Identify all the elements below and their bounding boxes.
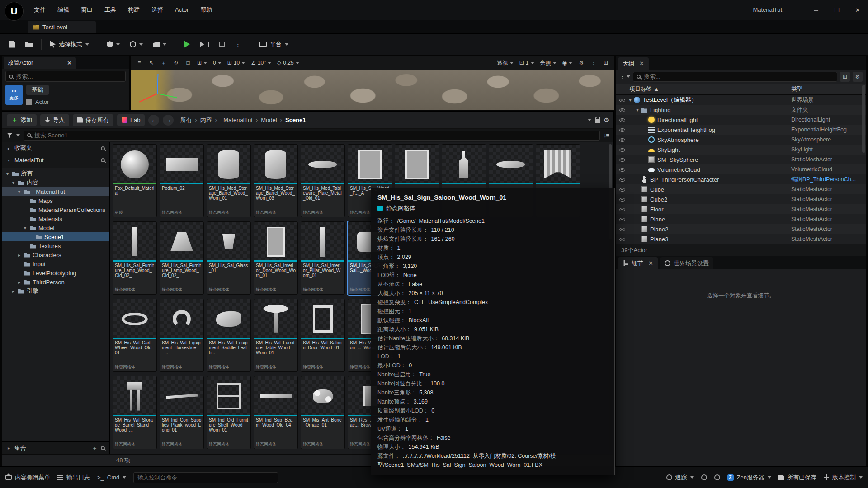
outliner-row-Plane2[interactable]: Plane2StaticMeshActor [616,224,866,234]
visibility-eye-icon[interactable] [618,126,626,133]
folder-item-内容[interactable]: ▾内容 [2,178,109,187]
outliner-row-Plane[interactable]: PlaneStaticMeshActor [616,214,866,224]
chevron-down-icon[interactable]: ▾ [5,171,10,176]
project-row[interactable]: ▾ MaterialTut [2,154,109,166]
outliner-scrollbar[interactable] [862,85,865,153]
place-actor-item[interactable]: Actor [26,99,49,105]
folder-item-_MaterialTut[interactable]: ▾_MaterialTut [2,187,109,196]
folder-item-Textures[interactable]: Textures [2,241,109,250]
platform-dropdown[interactable]: 平台 [255,37,292,52]
column-item-label[interactable]: 项目标签 ▲ [629,85,659,93]
folder-item-所有[interactable]: ▾所有 [2,169,109,178]
viewport-settings-button[interactable]: ⚙ [576,57,587,68]
minimize-button[interactable]: ─ [806,0,826,20]
breadcrumb-item[interactable]: 所有 [180,116,192,124]
asset-tile[interactable]: SM_His_Sal_Interior_Door_Wood_Worn_01静态网… [254,221,298,295]
outliner-row-BP_ThirdPersonCharacter[interactable]: BP_ThirdPersonCharacter编辑BP_ThirdPersonC… [616,174,866,184]
outliner-row-SkyAtmosphere[interactable]: SkyAtmosphereSkyAtmosphere [616,135,866,145]
lit-mode-dropdown[interactable]: 光照 [538,57,559,68]
edit-blueprint-link[interactable]: 编辑BP_ThirdPersonCh... [791,176,856,183]
asset-search-input[interactable] [34,132,596,139]
collections-row[interactable]: ▸ 集合 ＋ [2,441,109,454]
trace-dropdown[interactable]: 追踪 [666,474,694,482]
place-actor-search-input[interactable] [16,73,122,80]
asset-tile[interactable]: SM_His_Med_Storage_Barrel_Wood_Worn_01静态… [207,144,251,217]
visibility-eye-icon[interactable] [618,166,626,173]
all-saved-button[interactable]: 所有已保存 [778,474,816,482]
folder-item-LevelPrototyping[interactable]: LevelPrototyping [2,268,109,277]
outliner-row-TestLevel（编辑器）[interactable]: ▾TestLevel（编辑器）世界场景 [616,95,866,105]
outliner-row-Lighting[interactable]: ▾Lighting文件夹 [616,105,866,115]
asset-search-box[interactable] [24,131,600,141]
outliner-search-box[interactable] [633,72,837,82]
viewport-menu-button[interactable]: ≡ [134,57,145,68]
blueprints-dropdown[interactable] [126,37,147,52]
expand-arrow-icon[interactable]: ▾ [635,108,640,113]
asset-tile[interactable]: SM_His_Wil_Equipment_Saddle_Leath...静态网格… [207,299,251,372]
camera-speed-dropdown[interactable]: ⊡ 1 [517,57,537,68]
asset-tile[interactable]: SM_His_Wil_Saloon_Door_Wood_01静态网格体 [301,299,345,372]
fab-button[interactable]: Fab [117,114,145,126]
save-button[interactable] [5,37,19,52]
visibility-eye-icon[interactable] [618,116,626,123]
select-tool-button[interactable]: ↖ [146,57,157,68]
asset-tile[interactable]: SM_His_Wil_Equipment_Horseshoe_...静态网格体 [160,299,204,372]
sort-icon[interactable]: ↓≡ [604,132,609,139]
asset-tile[interactable]: SM_His_Sal_Glass_01静态网格体 [207,221,251,295]
console-command-input[interactable] [133,472,278,483]
close-icon[interactable]: ✕ [639,60,644,67]
breadcrumb-item[interactable]: _MaterialTut [220,117,253,123]
outliner-row-SkyLight[interactable]: SkyLightSkyLight [616,145,866,155]
folder-item-MaterialParamCollections[interactable]: MaterialParamCollections [2,205,109,214]
rotate-tool-button[interactable]: ↻ [170,57,181,68]
menu-文件[interactable]: 文件 [28,0,52,20]
outliner-row-Plane3[interactable]: Plane3StaticMeshActor [616,234,866,244]
place-actor-more-button[interactable]: ••• 更多 [5,85,23,105]
place-actor-basic-tab[interactable]: 基础 [26,85,49,95]
folder-item-Characters[interactable]: ▸Characters [2,250,109,259]
grid-snap-dropdown[interactable]: ⊞ 10 [225,57,247,68]
move-tool-button[interactable]: ＋ [158,57,169,68]
back-button[interactable]: ← [148,115,159,126]
outliner-column-header[interactable]: 项目标签 ▲ 类型 [616,84,866,95]
add-collection-icon[interactable]: ＋ [92,444,98,452]
close-icon[interactable]: ✕ [67,60,72,66]
menu-帮助[interactable]: 帮助 [194,0,218,20]
add-actor-dropdown[interactable] [103,37,124,52]
outliner-row-ExponentialHeightFog[interactable]: ExponentialHeightFogExponentialHeightFog [616,125,866,135]
import-button[interactable]: 导入 [40,114,69,126]
asset-tile[interactable]: Podium_02静态网格体 [160,144,204,217]
cinematics-dropdown[interactable] [149,37,170,52]
menu-编辑[interactable]: 编辑 [52,0,75,20]
folder-item-Maps[interactable]: Maps [2,196,109,205]
folder-item-引擎[interactable]: ▸引擎 [2,286,109,296]
visibility-eye-icon[interactable] [618,206,626,213]
menu-工具[interactable]: 工具 [99,0,122,20]
visibility-eye-icon[interactable] [618,146,626,153]
outliner-row-SM_SkySphere[interactable]: SM_SkySphereStaticMeshActor [616,155,866,164]
folder-item-ThirdPerson[interactable]: ▸ThirdPerson [2,277,109,286]
visibility-eye-icon[interactable] [618,106,626,113]
outliner-row-Floor[interactable]: FloorStaticMeshActor [616,204,866,214]
asset-tile[interactable]: SM_His_Sal_Furniture_Lamp_Wood_Old_02_静态… [160,221,204,295]
asset-tile[interactable]: SM_Ind_Sup_Beam_Wood_Old_04静态网格体 [254,376,298,449]
expand-arrow-icon[interactable]: ▾ [627,98,633,103]
outliner-row-Cube[interactable]: CubeStaticMeshActor [616,184,866,194]
cmd-dropdown[interactable]: >_ Cmd [97,474,126,481]
outliner-row-Cube2[interactable]: Cube2StaticMeshActor [616,194,866,204]
perspective-dropdown[interactable]: 透视 [495,57,516,68]
chevron-right-icon[interactable]: ▸ [11,289,16,294]
viewport-scene[interactable] [131,70,614,110]
chevron-down-icon[interactable]: ▾ [17,189,22,194]
outliner-row-VolumetricCloud[interactable]: VolumetricCloudVolumetricCloud [616,164,866,174]
tab-testlevel[interactable]: TestLevel [28,21,96,33]
visibility-eye-icon[interactable] [618,96,626,103]
menu-选择[interactable]: 选择 [146,0,169,20]
output-log-button[interactable]: 输出日志 [57,474,90,482]
visibility-eye-icon[interactable] [618,196,626,203]
asset-tile[interactable]: SM_His_Wil_Storage_Barrel_Stand_Wood_...… [113,376,157,449]
add-button[interactable]: ＋添加 [7,114,37,126]
tab-outliner[interactable]: 大纲 ✕ [618,57,649,70]
settings-gear-icon[interactable]: ⚙ [604,117,609,123]
asset-tile[interactable]: SM_His_Sal_Furniture_Lamp_Wood_Old_02_静态… [113,221,157,295]
